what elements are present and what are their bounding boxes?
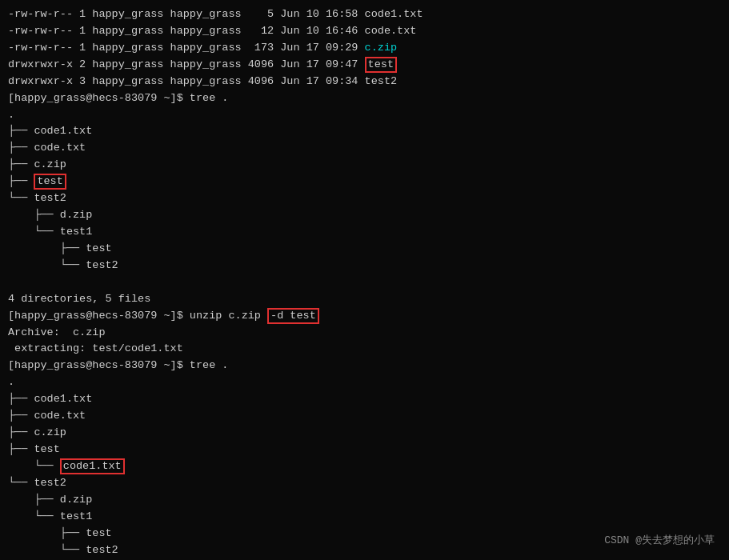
tree2-dzip: ├── d.zip — [8, 492, 721, 509]
blank-line-1 — [8, 274, 721, 291]
line-4: drwxrwxr-x 2 happy_grass happy_grass 409… — [8, 57, 721, 74]
prompt-unzip: [happy_grass@hecs-83079 ~]$ unzip c.zip … — [8, 308, 721, 325]
prompt-tree-2: [happy_grass@hecs-83079 ~]$ tree . — [8, 358, 721, 374]
tree2-test2: └── test2 — [8, 475, 721, 492]
prompt-tree-1: [happy_grass@hecs-83079 ~]$ tree . — [8, 90, 721, 107]
tree-line-test2: └── test2 — [8, 190, 721, 207]
tree2-czip: ├── c.zip — [8, 425, 721, 442]
czip-filename: c.zip — [365, 42, 398, 54]
tree-line-code: ├── code.txt — [8, 140, 721, 157]
terminal: -rw-rw-r-- 1 happy_grass happy_grass 5 J… — [0, 0, 729, 560]
watermark: CSDN @失去梦想的小草 — [604, 533, 715, 549]
tree-line-code1: ├── code1.txt — [8, 123, 721, 140]
test-tree-highlight: test — [34, 174, 66, 190]
tree-line-test1-test: ├── test — [8, 241, 721, 258]
line-5: drwxrwxr-x 3 happy_grass happy_grass 409… — [8, 74, 721, 90]
tree-root-2: . — [8, 374, 721, 391]
tree2-test1: └── test1 — [8, 509, 721, 526]
line-2: -rw-rw-r-- 1 happy_grass happy_grass 12 … — [8, 23, 721, 40]
tree-line-test: ├── test — [8, 174, 721, 190]
tree2-code: ├── code.txt — [8, 408, 721, 425]
dir-count-1: 4 directories, 5 files — [8, 291, 721, 308]
tree-line-test1-test2: └── test2 — [8, 258, 721, 274]
extracting-line: extracting: test/code1.txt — [8, 341, 721, 358]
line-3: -rw-rw-r-- 1 happy_grass happy_grass 173… — [8, 40, 721, 57]
tree-line-test1: └── test1 — [8, 224, 721, 241]
code1txt-highlight: code1.txt — [60, 458, 125, 474]
tree2-test: ├── test — [8, 442, 721, 458]
tree2-code1: ├── code1.txt — [8, 391, 721, 408]
tree-line-czip: ├── c.zip — [8, 157, 721, 174]
unzip-flag-highlight: -d test — [267, 308, 319, 324]
test-dir-highlight: test — [365, 57, 397, 73]
tree2-code1txt: └── code1.txt — [8, 458, 721, 475]
tree-line-dzip: ├── d.zip — [8, 207, 721, 224]
line-1: -rw-rw-r-- 1 happy_grass happy_grass 5 J… — [8, 6, 721, 23]
tree-root-1: . — [8, 107, 721, 124]
archive-line: Archive: c.zip — [8, 325, 721, 342]
